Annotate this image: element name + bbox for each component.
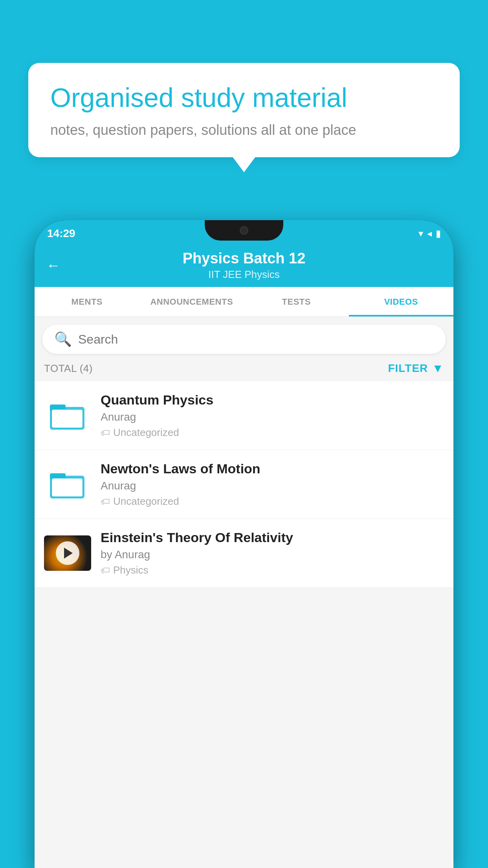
video-tag-3: 🏷 Physics — [101, 564, 444, 576]
back-button[interactable]: ← — [46, 257, 61, 274]
list-item[interactable]: Newton's Laws of Motion Anurag 🏷 Uncateg… — [35, 450, 453, 519]
video-author-2: Anurag — [101, 480, 444, 492]
video-info-1: Quantum Physics Anurag 🏷 Uncategorized — [101, 392, 444, 439]
tab-tests[interactable]: TESTS — [244, 287, 349, 316]
video-author-1: Anurag — [101, 411, 444, 423]
video-thumbnail-1 — [44, 398, 91, 433]
tab-ments[interactable]: MENTS — [35, 287, 139, 316]
total-count: TOTAL (4) — [44, 362, 93, 375]
search-input[interactable] — [78, 332, 434, 347]
folder-icon — [50, 469, 85, 500]
svg-rect-2 — [51, 409, 83, 428]
wifi-icon: ▾ — [418, 228, 423, 239]
status-icons: ▾ ◂ ▮ — [418, 228, 441, 239]
list-item[interactable]: Einstein's Theory Of Relativity by Anura… — [35, 519, 453, 588]
video-title-3: Einstein's Theory Of Relativity — [101, 530, 444, 545]
tag-icon: 🏷 — [101, 565, 110, 576]
front-camera — [240, 226, 248, 235]
play-triangle-icon — [64, 548, 73, 559]
video-title-1: Quantum Physics — [101, 392, 444, 408]
phone-notch — [205, 220, 283, 241]
video-info-3: Einstein's Theory Of Relativity by Anura… — [101, 530, 444, 576]
filter-row: TOTAL (4) FILTER ▼ — [35, 354, 453, 381]
tabs-bar: MENTS ANNOUNCEMENTS TESTS VIDEOS — [35, 287, 453, 317]
play-button-overlay[interactable] — [44, 535, 91, 571]
video-tag-2: 🏷 Uncategorized — [101, 495, 444, 508]
tag-icon: 🏷 — [101, 427, 110, 438]
list-item[interactable]: Quantum Physics Anurag 🏷 Uncategorized — [35, 381, 453, 450]
tag-icon: 🏷 — [101, 496, 110, 507]
video-title-2: Newton's Laws of Motion — [101, 461, 444, 476]
signal-icon: ◂ — [427, 228, 432, 239]
search-bar[interactable]: 🔍 — [42, 325, 446, 354]
app-title: Physics Batch 12 — [183, 250, 306, 267]
folder-icon — [50, 400, 85, 431]
svg-rect-5 — [51, 478, 83, 497]
search-icon: 🔍 — [54, 331, 72, 348]
video-thumbnail-2 — [44, 467, 91, 502]
speech-bubble: Organised study material notes, question… — [28, 63, 460, 157]
video-tag-1: 🏷 Uncategorized — [101, 427, 444, 439]
status-time: 14:29 — [47, 227, 75, 240]
app-subtitle: IIT JEE Physics — [208, 268, 280, 281]
video-author-3: by Anurag — [101, 548, 444, 561]
video-info-2: Newton's Laws of Motion Anurag 🏷 Uncateg… — [101, 461, 444, 508]
app-header: ← Physics Batch 12 IIT JEE Physics — [35, 244, 453, 287]
battery-icon: ▮ — [436, 228, 441, 239]
content-area: 🔍 TOTAL (4) FILTER ▼ — [35, 317, 453, 868]
filter-button[interactable]: FILTER ▼ — [388, 362, 444, 375]
filter-icon: ▼ — [432, 362, 444, 375]
tag-label-3: Physics — [113, 564, 149, 576]
phone-frame: 14:29 ▾ ◂ ▮ ← Physics Batch 12 IIT JEE P… — [35, 220, 453, 868]
tab-videos[interactable]: VIDEOS — [349, 287, 454, 316]
play-circle — [56, 541, 79, 565]
tag-label-1: Uncategorized — [113, 427, 179, 439]
filter-label: FILTER — [388, 362, 428, 375]
video-thumbnail-3 — [44, 535, 91, 571]
video-list: Quantum Physics Anurag 🏷 Uncategorized — [35, 381, 453, 588]
speech-bubble-title: Organised study material — [50, 82, 438, 114]
tag-label-2: Uncategorized — [113, 495, 179, 508]
speech-bubble-subtitle: notes, question papers, solutions all at… — [50, 122, 438, 138]
tab-announcements[interactable]: ANNOUNCEMENTS — [139, 287, 244, 316]
